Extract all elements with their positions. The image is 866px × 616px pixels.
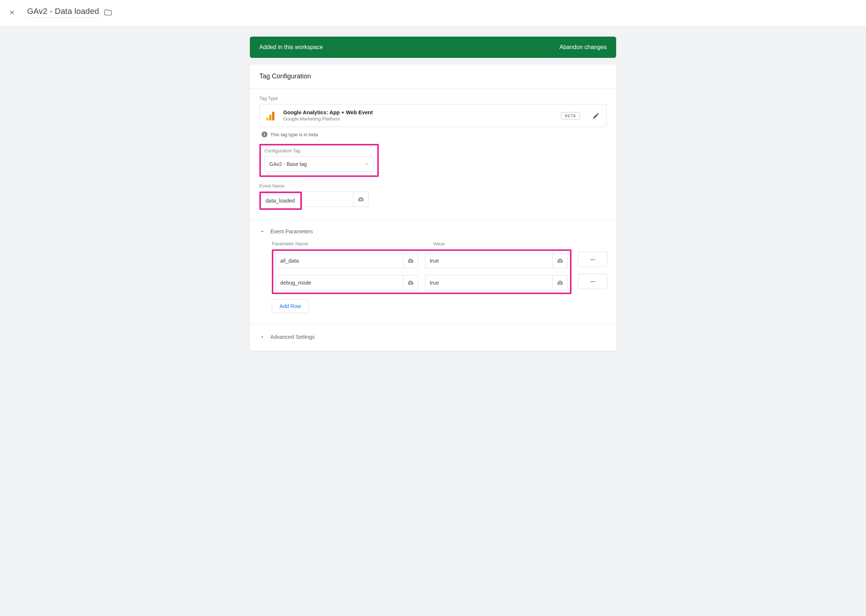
config-tag-value: GAv2 - Base tag [269,161,306,167]
param-name-input[interactable] [275,275,403,291]
variable-picker-button[interactable] [353,192,369,207]
advanced-settings-title: Advanced Settings [270,334,315,340]
abandon-changes-link[interactable]: Abandon changes [560,44,607,50]
param-name-input[interactable] [275,253,403,269]
event-parameters-toggle[interactable]: Event Parameters [259,228,607,234]
params-highlight [272,250,572,294]
chevron-right-icon [259,334,265,340]
tag-type-name: Google Analytics: App + Web Event [283,110,553,115]
remove-row-button[interactable]: – [578,251,607,267]
param-value-input[interactable] [425,275,552,291]
google-analytics-icon [266,111,276,121]
param-name-header: Parameter Name [272,241,433,247]
event-parameters-title: Event Parameters [270,228,313,234]
page-title[interactable]: GAv2 - Data loaded [27,6,99,18]
close-icon[interactable] [9,9,16,16]
advanced-settings-toggle[interactable]: Advanced Settings [259,334,607,340]
banner-added-text: Added in this workspace [259,44,323,50]
variable-icon [556,258,564,264]
params-area: Parameter Name Value [259,241,607,313]
event-name-input[interactable] [261,193,300,208]
config-tag-select[interactable]: GAv2 - Base tag [264,156,374,172]
beta-note: i This tag type is in beta [259,132,607,137]
config-tag-label: Configuration Tag [264,148,374,154]
remove-row-button[interactable]: – [578,273,607,289]
edit-icon[interactable] [593,112,600,119]
chevron-down-icon [365,162,369,166]
workspace-banner: Added in this workspace Abandon changes [250,37,616,58]
variable-picker-button[interactable] [552,275,568,291]
title-wrap: GAv2 - Data loaded [27,6,112,18]
tag-type-text: Google Analytics: App + Web Event Google… [283,110,553,122]
event-name-label: Event Name [259,184,607,189]
folder-icon[interactable] [104,8,112,16]
page-background: Added in this workspace Abandon changes … [0,26,866,616]
info-icon: i [262,132,267,137]
variable-icon [407,280,414,286]
add-row-button[interactable]: Add Row [272,299,309,313]
svg-rect-2 [560,260,561,261]
event-name-input-ext[interactable] [302,192,353,207]
config-tag-highlight: Configuration Tag GAv2 - Base tag [259,144,379,177]
event-name-block: Event Name [259,184,607,210]
beta-note-text: This tag type is in beta [270,132,318,137]
tag-type-label: Tag Type [259,96,607,101]
tag-type-platform: Google Marketing Platform [283,116,553,122]
tag-type-selector[interactable]: Google Analytics: App + Web Event Google… [259,104,607,127]
variable-icon [357,196,365,202]
card-title: Tag Configuration [250,64,616,89]
topbar: GAv2 - Data loaded [0,0,866,26]
svg-rect-1 [410,260,411,261]
event-name-highlight [259,192,302,210]
chevron-down-icon [259,228,265,234]
variable-icon [556,280,564,286]
svg-rect-0 [360,199,361,200]
variable-picker-button[interactable] [403,275,418,291]
variable-picker-button[interactable] [552,253,568,269]
beta-badge: BETA [561,112,580,119]
param-value-input[interactable] [425,253,552,269]
variable-picker-button[interactable] [403,253,418,269]
svg-rect-4 [560,282,561,283]
param-row [275,275,568,291]
svg-rect-3 [410,282,411,283]
variable-icon [407,258,414,264]
value-header: Value [433,241,445,247]
param-row [275,253,568,269]
tag-config-card: Tag Configuration Tag Type Google Analyt… [250,64,616,351]
